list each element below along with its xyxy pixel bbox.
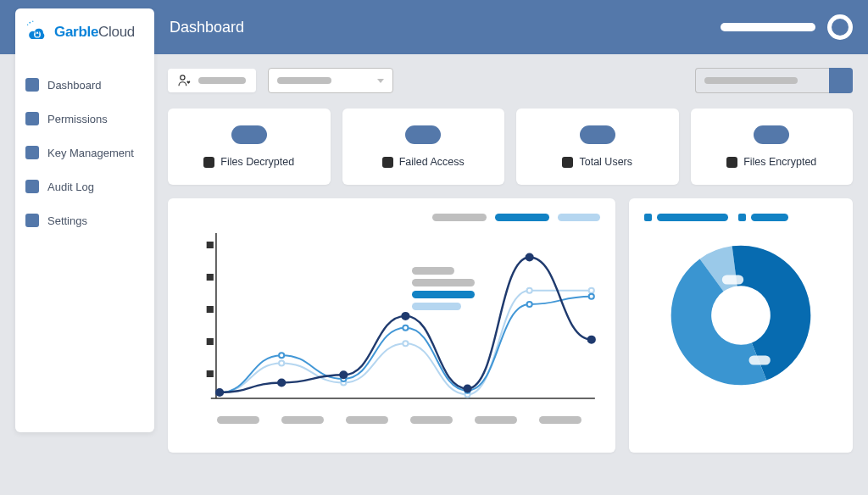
svg-point-28 <box>278 380 285 387</box>
nav-icon <box>25 146 39 159</box>
svg-point-21 <box>279 353 284 358</box>
sidebar-item-audit-log[interactable]: Audit Log <box>25 170 144 203</box>
search-input[interactable] <box>695 68 829 93</box>
stat-label: Total Users <box>579 156 632 168</box>
main-content: Files Decrypted Failed Access Total User… <box>168 68 853 483</box>
nav-label: Permissions <box>47 113 108 125</box>
legend-item <box>558 214 600 221</box>
stat-pill <box>405 125 441 144</box>
svg-rect-10 <box>207 306 214 313</box>
chevron-down-icon <box>377 79 384 83</box>
svg-point-25 <box>527 302 532 307</box>
svg-point-23 <box>403 325 408 331</box>
stat-pill <box>231 125 267 144</box>
svg-point-33 <box>588 336 595 343</box>
svg-rect-11 <box>207 338 214 345</box>
page-title: Dashboard <box>170 19 244 36</box>
svg-point-27 <box>216 389 223 396</box>
sidebar-item-dashboard[interactable]: Dashboard <box>25 68 144 102</box>
card-files-encrypted[interactable]: Files Encrypted <box>691 108 854 185</box>
nav-icon <box>25 78 39 92</box>
sidebar-item-settings[interactable]: Settings <box>25 203 144 237</box>
stat-label: Files Encrypted <box>743 156 816 168</box>
user-heart-icon <box>178 75 192 86</box>
sidebar: GarbleCloud Dashboard Permissions Key Ma… <box>15 8 154 432</box>
stat-icon <box>203 157 214 168</box>
svg-rect-8 <box>207 242 214 248</box>
sidebar-item-key-management[interactable]: Key Management <box>25 136 144 170</box>
placeholder-bar <box>704 77 798 84</box>
search-bar <box>695 68 853 93</box>
stat-label: Failed Access <box>399 156 465 168</box>
x-axis-ticks <box>183 416 600 424</box>
brand-bold: Garble <box>54 24 98 40</box>
nav-icon <box>25 214 39 227</box>
svg-point-5 <box>181 75 185 80</box>
brand-light: Cloud <box>98 24 135 40</box>
toolbar <box>168 68 853 93</box>
stat-label: Files Decrypted <box>220 156 294 168</box>
svg-point-30 <box>402 313 409 320</box>
nav-label: Key Management <box>47 147 134 159</box>
stat-icon <box>562 157 573 168</box>
stat-cards: Files Decrypted Failed Access Total User… <box>168 108 853 185</box>
svg-point-0 <box>29 22 31 24</box>
card-failed-access[interactable]: Failed Access <box>342 108 505 185</box>
card-files-decrypted[interactable]: Files Decrypted <box>168 108 331 185</box>
donut-legend <box>644 214 788 221</box>
svg-point-1 <box>32 21 33 22</box>
line-chart <box>183 225 600 411</box>
svg-point-18 <box>527 288 532 293</box>
svg-point-16 <box>403 341 408 346</box>
placeholder-bar <box>277 77 331 84</box>
svg-point-32 <box>526 254 533 261</box>
svg-rect-34 <box>722 275 743 285</box>
nav-label: Dashboard <box>47 79 102 92</box>
line-chart-panel <box>168 198 615 453</box>
stat-pill <box>580 125 615 144</box>
chart-legend <box>183 214 600 221</box>
stat-pill <box>754 125 789 144</box>
donut-chart <box>660 235 821 396</box>
svg-point-2 <box>27 25 28 25</box>
user-chip[interactable] <box>168 69 256 92</box>
svg-rect-12 <box>207 370 214 377</box>
svg-rect-9 <box>207 274 214 281</box>
nav-icon <box>25 112 39 125</box>
cloud-lock-icon <box>25 20 49 44</box>
svg-rect-35 <box>749 356 771 365</box>
stat-icon <box>382 157 393 168</box>
stat-icon <box>726 157 737 168</box>
placeholder-bar <box>198 77 246 84</box>
legend-item <box>495 214 549 221</box>
chart-tooltip <box>412 267 475 310</box>
donut-chart-panel <box>629 198 853 453</box>
nav-label: Audit Log <box>47 181 94 193</box>
card-total-users[interactable]: Total Users <box>516 108 679 185</box>
svg-point-29 <box>340 371 347 378</box>
svg-point-31 <box>464 385 470 392</box>
svg-point-19 <box>589 288 594 293</box>
nav-label: Settings <box>47 214 87 227</box>
search-button[interactable] <box>829 68 853 93</box>
svg-point-26 <box>589 294 594 299</box>
svg-point-14 <box>279 360 284 365</box>
sidebar-item-permissions[interactable]: Permissions <box>25 102 144 136</box>
nav-icon <box>25 180 39 193</box>
topbar-placeholder <box>721 23 815 31</box>
svg-rect-4 <box>36 34 40 37</box>
filter-dropdown[interactable] <box>268 68 393 93</box>
brand-logo[interactable]: GarbleCloud <box>25 20 144 44</box>
legend-item <box>432 214 487 221</box>
user-avatar[interactable] <box>827 14 853 40</box>
